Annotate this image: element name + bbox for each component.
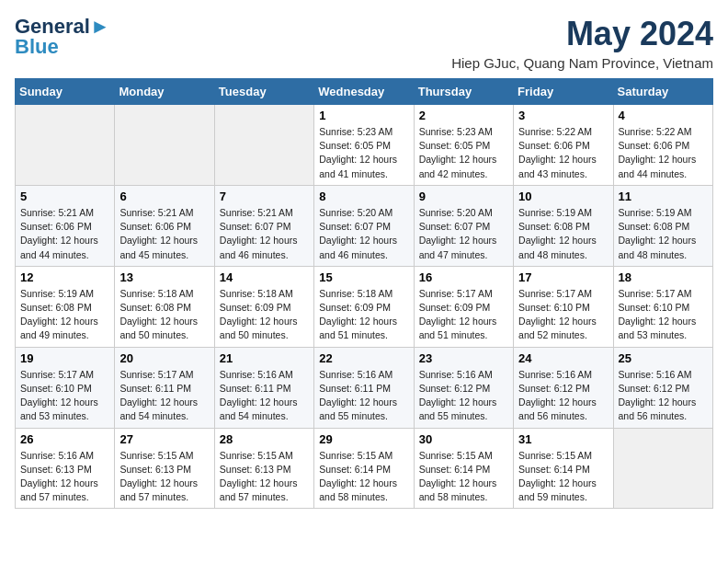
calendar-cell: 3Sunrise: 5:22 AM Sunset: 6:06 PM Daylig… [514,105,613,186]
day-number: 20 [119,351,209,365]
calendar-cell: 19Sunrise: 5:17 AM Sunset: 6:10 PM Dayli… [16,347,115,428]
day-info: Sunrise: 5:16 AM Sunset: 6:12 PM Dayligh… [419,368,508,424]
calendar-week-row: 26Sunrise: 5:16 AM Sunset: 6:13 PM Dayli… [16,428,713,509]
day-info: Sunrise: 5:16 AM Sunset: 6:13 PM Dayligh… [20,449,109,505]
calendar-cell: 13Sunrise: 5:18 AM Sunset: 6:08 PM Dayli… [115,266,214,347]
month-year-title: May 2024 [451,15,713,53]
day-info: Sunrise: 5:19 AM Sunset: 6:08 PM Dayligh… [20,287,109,343]
logo: General► Blue [15,15,110,59]
day-number: 28 [220,432,309,446]
calendar-cell: 22Sunrise: 5:16 AM Sunset: 6:11 PM Dayli… [314,347,414,428]
calendar-cell: 8Sunrise: 5:20 AM Sunset: 6:07 PM Daylig… [314,185,414,266]
day-number: 8 [319,190,408,203]
calendar-cell: 9Sunrise: 5:20 AM Sunset: 6:07 PM Daylig… [414,185,513,266]
day-info: Sunrise: 5:16 AM Sunset: 6:12 PM Dayligh… [518,368,608,424]
calendar-cell [214,105,313,186]
day-info: Sunrise: 5:18 AM Sunset: 6:08 PM Dayligh… [119,287,209,343]
title-block: May 2024 Hiep GJuc, Quang Nam Province, … [451,15,713,71]
day-number: 19 [20,351,109,365]
calendar-cell: 16Sunrise: 5:17 AM Sunset: 6:09 PM Dayli… [414,266,513,347]
column-header-sunday: Sunday [16,79,115,105]
calendar-cell: 11Sunrise: 5:19 AM Sunset: 6:08 PM Dayli… [613,185,712,266]
day-number: 27 [119,432,209,446]
calendar-cell: 27Sunrise: 5:15 AM Sunset: 6:13 PM Dayli… [115,428,214,509]
day-number: 2 [419,109,508,122]
day-info: Sunrise: 5:17 AM Sunset: 6:10 PM Dayligh… [619,287,708,343]
day-number: 13 [119,270,209,284]
column-header-friday: Friday [514,79,613,105]
day-info: Sunrise: 5:23 AM Sunset: 6:05 PM Dayligh… [419,125,508,181]
day-number: 7 [220,190,309,203]
day-info: Sunrise: 5:18 AM Sunset: 6:09 PM Dayligh… [220,287,309,343]
calendar-week-row: 1Sunrise: 5:23 AM Sunset: 6:05 PM Daylig… [16,105,713,186]
day-number: 18 [619,270,708,284]
calendar-header-row: SundayMondayTuesdayWednesdayThursdayFrid… [16,79,713,105]
calendar-cell: 26Sunrise: 5:16 AM Sunset: 6:13 PM Dayli… [16,428,115,509]
day-number: 15 [319,270,408,284]
page-header: General► Blue May 2024 Hiep GJuc, Quang … [15,15,713,71]
calendar-cell: 6Sunrise: 5:21 AM Sunset: 6:06 PM Daylig… [115,185,214,266]
day-info: Sunrise: 5:17 AM Sunset: 6:10 PM Dayligh… [20,368,109,424]
day-number: 30 [419,432,508,446]
column-header-tuesday: Tuesday [214,79,313,105]
calendar-table: SundayMondayTuesdayWednesdayThursdayFrid… [15,78,713,509]
day-number: 25 [619,351,708,365]
column-header-monday: Monday [115,79,214,105]
day-info: Sunrise: 5:17 AM Sunset: 6:09 PM Dayligh… [419,287,508,343]
day-info: Sunrise: 5:16 AM Sunset: 6:11 PM Dayligh… [220,368,309,424]
day-number: 1 [319,109,408,122]
calendar-cell: 12Sunrise: 5:19 AM Sunset: 6:08 PM Dayli… [16,266,115,347]
calendar-cell: 29Sunrise: 5:15 AM Sunset: 6:14 PM Dayli… [314,428,414,509]
column-header-wednesday: Wednesday [314,79,414,105]
day-number: 16 [419,270,508,284]
calendar-cell: 10Sunrise: 5:19 AM Sunset: 6:08 PM Dayli… [514,185,613,266]
day-info: Sunrise: 5:16 AM Sunset: 6:12 PM Dayligh… [619,368,708,424]
day-number: 21 [220,351,309,365]
calendar-cell: 18Sunrise: 5:17 AM Sunset: 6:10 PM Dayli… [613,266,712,347]
day-number: 26 [20,432,109,446]
column-header-thursday: Thursday [414,79,513,105]
calendar-cell: 30Sunrise: 5:15 AM Sunset: 6:14 PM Dayli… [414,428,513,509]
day-info: Sunrise: 5:21 AM Sunset: 6:07 PM Dayligh… [220,206,309,262]
day-info: Sunrise: 5:20 AM Sunset: 6:07 PM Dayligh… [419,206,508,262]
day-number: 17 [518,270,608,284]
calendar-cell: 25Sunrise: 5:16 AM Sunset: 6:12 PM Dayli… [613,347,712,428]
logo-blue: Blue [15,35,59,59]
calendar-cell: 4Sunrise: 5:22 AM Sunset: 6:06 PM Daylig… [613,105,712,186]
calendar-cell: 20Sunrise: 5:17 AM Sunset: 6:11 PM Dayli… [115,347,214,428]
calendar-cell: 1Sunrise: 5:23 AM Sunset: 6:05 PM Daylig… [314,105,414,186]
calendar-cell [613,428,712,509]
day-info: Sunrise: 5:15 AM Sunset: 6:13 PM Dayligh… [119,449,209,505]
location-text: Hiep GJuc, Quang Nam Province, Vietnam [451,55,713,71]
day-info: Sunrise: 5:19 AM Sunset: 6:08 PM Dayligh… [518,206,608,262]
calendar-cell: 2Sunrise: 5:23 AM Sunset: 6:05 PM Daylig… [414,105,513,186]
column-header-saturday: Saturday [613,79,712,105]
day-number: 10 [518,190,608,203]
calendar-cell: 5Sunrise: 5:21 AM Sunset: 6:06 PM Daylig… [16,185,115,266]
calendar-cell: 14Sunrise: 5:18 AM Sunset: 6:09 PM Dayli… [214,266,313,347]
day-info: Sunrise: 5:21 AM Sunset: 6:06 PM Dayligh… [119,206,209,262]
calendar-cell: 23Sunrise: 5:16 AM Sunset: 6:12 PM Dayli… [414,347,513,428]
calendar-cell: 24Sunrise: 5:16 AM Sunset: 6:12 PM Dayli… [514,347,613,428]
day-info: Sunrise: 5:20 AM Sunset: 6:07 PM Dayligh… [319,206,408,262]
day-number: 29 [319,432,408,446]
day-number: 22 [319,351,408,365]
day-info: Sunrise: 5:22 AM Sunset: 6:06 PM Dayligh… [619,125,708,181]
day-number: 23 [419,351,508,365]
day-info: Sunrise: 5:19 AM Sunset: 6:08 PM Dayligh… [619,206,708,262]
day-number: 24 [518,351,608,365]
calendar-cell: 15Sunrise: 5:18 AM Sunset: 6:09 PM Dayli… [314,266,414,347]
day-number: 11 [619,190,708,203]
day-info: Sunrise: 5:22 AM Sunset: 6:06 PM Dayligh… [518,125,608,181]
calendar-cell [115,105,214,186]
day-number: 4 [619,109,708,122]
day-number: 12 [20,270,109,284]
calendar-week-row: 19Sunrise: 5:17 AM Sunset: 6:10 PM Dayli… [16,347,713,428]
day-info: Sunrise: 5:17 AM Sunset: 6:10 PM Dayligh… [518,287,608,343]
day-info: Sunrise: 5:21 AM Sunset: 6:06 PM Dayligh… [20,206,109,262]
day-number: 9 [419,190,508,203]
day-info: Sunrise: 5:23 AM Sunset: 6:05 PM Dayligh… [319,125,408,181]
day-info: Sunrise: 5:15 AM Sunset: 6:13 PM Dayligh… [220,449,309,505]
calendar-cell [16,105,115,186]
day-number: 31 [518,432,608,446]
